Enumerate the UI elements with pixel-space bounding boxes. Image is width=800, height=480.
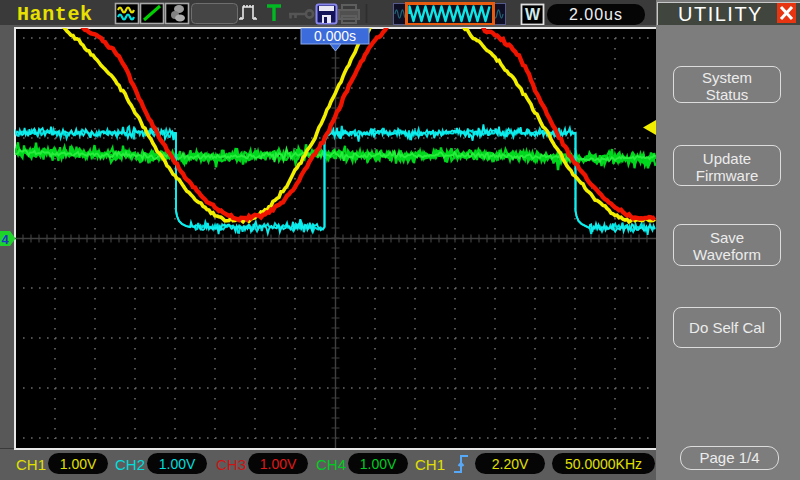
svg-text:0.000s: 0.000s — [314, 28, 356, 44]
svg-text:2.00us: 2.00us — [569, 6, 623, 23]
svg-text:W: W — [525, 6, 541, 23]
svg-text:4: 4 — [1, 232, 9, 247]
